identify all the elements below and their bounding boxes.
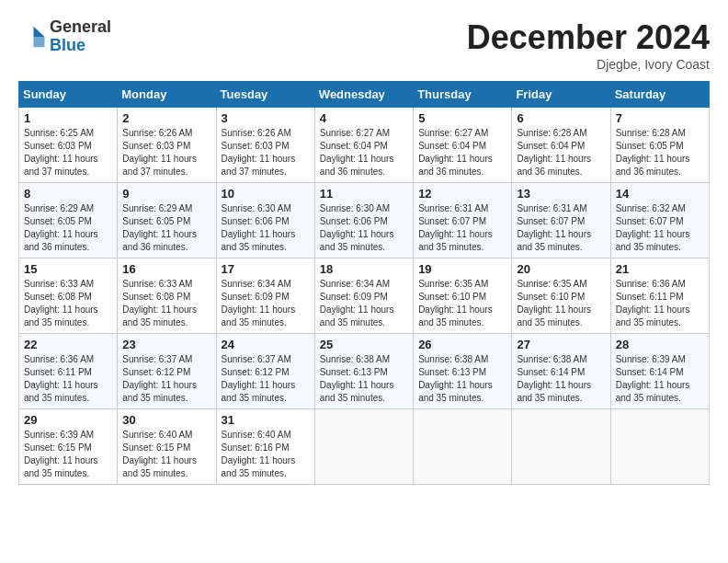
day-info: Sunrise: 6:39 AMSunset: 6:15 PMDaylight:… xyxy=(24,429,112,480)
calendar-cell: 6Sunrise: 6:28 AMSunset: 6:04 PMDaylight… xyxy=(512,108,610,183)
day-info: Sunrise: 6:28 AMSunset: 6:04 PMDaylight:… xyxy=(517,127,605,178)
location-subtitle: Djegbe, Ivory Coast xyxy=(467,57,710,72)
day-info: Sunrise: 6:31 AMSunset: 6:07 PMDaylight:… xyxy=(517,202,605,254)
day-info: Sunrise: 6:31 AMSunset: 6:07 PMDaylight:… xyxy=(418,202,506,254)
day-info: Sunrise: 6:28 AMSunset: 6:05 PMDaylight:… xyxy=(616,127,704,178)
day-info: Sunrise: 6:40 AMSunset: 6:15 PMDaylight:… xyxy=(122,429,210,480)
day-info: Sunrise: 6:38 AMSunset: 6:13 PMDaylight:… xyxy=(418,353,506,405)
day-number: 14 xyxy=(616,187,704,201)
calendar-cell: 21Sunrise: 6:36 AMSunset: 6:11 PMDayligh… xyxy=(610,259,709,334)
calendar-header-row: SundayMondayTuesdayWednesdayThursdayFrid… xyxy=(19,82,710,108)
day-info: Sunrise: 6:34 AMSunset: 6:09 PMDaylight:… xyxy=(320,278,408,329)
day-number: 2 xyxy=(122,111,210,125)
calendar-cell: 27Sunrise: 6:38 AMSunset: 6:14 PMDayligh… xyxy=(512,334,610,409)
day-info: Sunrise: 6:32 AMSunset: 6:07 PMDaylight:… xyxy=(616,202,704,254)
day-number: 21 xyxy=(616,262,704,276)
page-header: General Blue December 2024 Djegbe, Ivory… xyxy=(18,18,710,72)
calendar-cell: 23Sunrise: 6:37 AMSunset: 6:12 PMDayligh… xyxy=(118,334,216,409)
day-info: Sunrise: 6:37 AMSunset: 6:12 PMDaylight:… xyxy=(122,353,210,405)
calendar-cell: 3Sunrise: 6:26 AMSunset: 6:03 PMDaylight… xyxy=(216,108,314,183)
day-number: 13 xyxy=(517,187,605,201)
calendar-table: SundayMondayTuesdayWednesdayThursdayFrid… xyxy=(18,81,710,485)
day-number: 8 xyxy=(24,187,112,201)
day-number: 20 xyxy=(517,262,605,276)
weekday-header-saturday: Saturday xyxy=(610,82,709,108)
day-info: Sunrise: 6:29 AMSunset: 6:05 PMDaylight:… xyxy=(122,202,210,254)
calendar-cell: 29Sunrise: 6:39 AMSunset: 6:15 PMDayligh… xyxy=(19,409,118,485)
day-number: 24 xyxy=(222,338,310,351)
day-number: 31 xyxy=(222,413,310,427)
day-number: 27 xyxy=(517,338,605,351)
day-number: 22 xyxy=(24,338,112,351)
day-number: 4 xyxy=(320,111,408,125)
calendar-cell: 20Sunrise: 6:35 AMSunset: 6:10 PMDayligh… xyxy=(512,259,610,334)
calendar-week-row: 29Sunrise: 6:39 AMSunset: 6:15 PMDayligh… xyxy=(19,409,710,485)
day-number: 6 xyxy=(517,111,605,125)
calendar-cell: 2Sunrise: 6:26 AMSunset: 6:03 PMDaylight… xyxy=(118,108,216,183)
day-number: 19 xyxy=(418,262,506,276)
title-block: December 2024 Djegbe, Ivory Coast xyxy=(467,18,710,72)
calendar-cell: 28Sunrise: 6:39 AMSunset: 6:14 PMDayligh… xyxy=(610,334,709,409)
day-info: Sunrise: 6:27 AMSunset: 6:04 PMDaylight:… xyxy=(320,127,408,178)
calendar-cell: 16Sunrise: 6:33 AMSunset: 6:08 PMDayligh… xyxy=(118,259,216,334)
calendar-cell: 10Sunrise: 6:30 AMSunset: 6:06 PMDayligh… xyxy=(216,183,314,259)
logo-text: General Blue xyxy=(50,18,111,55)
day-info: Sunrise: 6:34 AMSunset: 6:09 PMDaylight:… xyxy=(222,278,310,329)
day-number: 9 xyxy=(122,187,210,201)
day-number: 1 xyxy=(24,111,112,125)
day-number: 7 xyxy=(616,111,704,125)
calendar-cell: 17Sunrise: 6:34 AMSunset: 6:09 PMDayligh… xyxy=(216,259,314,334)
day-number: 28 xyxy=(616,338,704,351)
day-number: 15 xyxy=(24,262,112,276)
calendar-cell: 30Sunrise: 6:40 AMSunset: 6:15 PMDayligh… xyxy=(118,409,216,485)
calendar-cell: 31Sunrise: 6:40 AMSunset: 6:16 PMDayligh… xyxy=(216,409,314,485)
calendar-cell: 9Sunrise: 6:29 AMSunset: 6:05 PMDaylight… xyxy=(118,183,216,259)
day-info: Sunrise: 6:30 AMSunset: 6:06 PMDaylight:… xyxy=(222,202,310,254)
day-info: Sunrise: 6:30 AMSunset: 6:06 PMDaylight:… xyxy=(320,202,408,254)
day-number: 16 xyxy=(122,262,210,276)
calendar-cell: 15Sunrise: 6:33 AMSunset: 6:08 PMDayligh… xyxy=(19,259,118,334)
svg-marker-0 xyxy=(34,27,45,37)
day-number: 18 xyxy=(320,262,408,276)
logo-blue-text: Blue xyxy=(50,37,111,55)
logo: General Blue xyxy=(18,18,111,55)
calendar-cell: 8Sunrise: 6:29 AMSunset: 6:05 PMDaylight… xyxy=(19,183,118,259)
weekday-header-thursday: Thursday xyxy=(414,82,512,108)
day-info: Sunrise: 6:35 AMSunset: 6:10 PMDaylight:… xyxy=(517,278,605,329)
calendar-cell: 24Sunrise: 6:37 AMSunset: 6:12 PMDayligh… xyxy=(216,334,314,409)
day-info: Sunrise: 6:26 AMSunset: 6:03 PMDaylight:… xyxy=(222,127,310,178)
month-title: December 2024 xyxy=(467,18,710,57)
weekday-header-tuesday: Tuesday xyxy=(216,82,314,108)
day-info: Sunrise: 6:36 AMSunset: 6:11 PMDaylight:… xyxy=(616,278,704,329)
calendar-cell: 12Sunrise: 6:31 AMSunset: 6:07 PMDayligh… xyxy=(414,183,512,259)
svg-marker-1 xyxy=(34,37,45,47)
day-info: Sunrise: 6:39 AMSunset: 6:14 PMDaylight:… xyxy=(616,353,704,405)
day-info: Sunrise: 6:26 AMSunset: 6:03 PMDaylight:… xyxy=(122,127,210,178)
day-number: 3 xyxy=(222,111,310,125)
day-number: 12 xyxy=(418,187,506,201)
day-number: 5 xyxy=(418,111,506,125)
weekday-header-wednesday: Wednesday xyxy=(314,82,413,108)
calendar-cell: 4Sunrise: 6:27 AMSunset: 6:04 PMDaylight… xyxy=(314,108,413,183)
day-info: Sunrise: 6:38 AMSunset: 6:14 PMDaylight:… xyxy=(517,353,605,405)
day-number: 26 xyxy=(418,338,506,351)
day-info: Sunrise: 6:40 AMSunset: 6:16 PMDaylight:… xyxy=(222,429,310,480)
weekday-header-sunday: Sunday xyxy=(19,82,118,108)
day-info: Sunrise: 6:33 AMSunset: 6:08 PMDaylight:… xyxy=(122,278,210,329)
calendar-week-row: 1Sunrise: 6:25 AMSunset: 6:03 PMDaylight… xyxy=(19,108,710,183)
calendar-cell: 14Sunrise: 6:32 AMSunset: 6:07 PMDayligh… xyxy=(610,183,709,259)
calendar-week-row: 22Sunrise: 6:36 AMSunset: 6:11 PMDayligh… xyxy=(19,334,710,409)
day-info: Sunrise: 6:33 AMSunset: 6:08 PMDaylight:… xyxy=(24,278,112,329)
logo-icon xyxy=(18,23,46,51)
calendar-cell: 26Sunrise: 6:38 AMSunset: 6:13 PMDayligh… xyxy=(414,334,512,409)
weekday-header-monday: Monday xyxy=(118,82,216,108)
calendar-cell: 22Sunrise: 6:36 AMSunset: 6:11 PMDayligh… xyxy=(19,334,118,409)
day-number: 17 xyxy=(222,262,310,276)
calendar-cell xyxy=(512,409,610,485)
day-info: Sunrise: 6:27 AMSunset: 6:04 PMDaylight:… xyxy=(418,127,506,178)
calendar-cell: 5Sunrise: 6:27 AMSunset: 6:04 PMDaylight… xyxy=(414,108,512,183)
logo-general-text: General xyxy=(50,18,111,37)
day-info: Sunrise: 6:38 AMSunset: 6:13 PMDaylight:… xyxy=(320,353,408,405)
day-info: Sunrise: 6:25 AMSunset: 6:03 PMDaylight:… xyxy=(24,127,112,178)
calendar-week-row: 8Sunrise: 6:29 AMSunset: 6:05 PMDaylight… xyxy=(19,183,710,259)
